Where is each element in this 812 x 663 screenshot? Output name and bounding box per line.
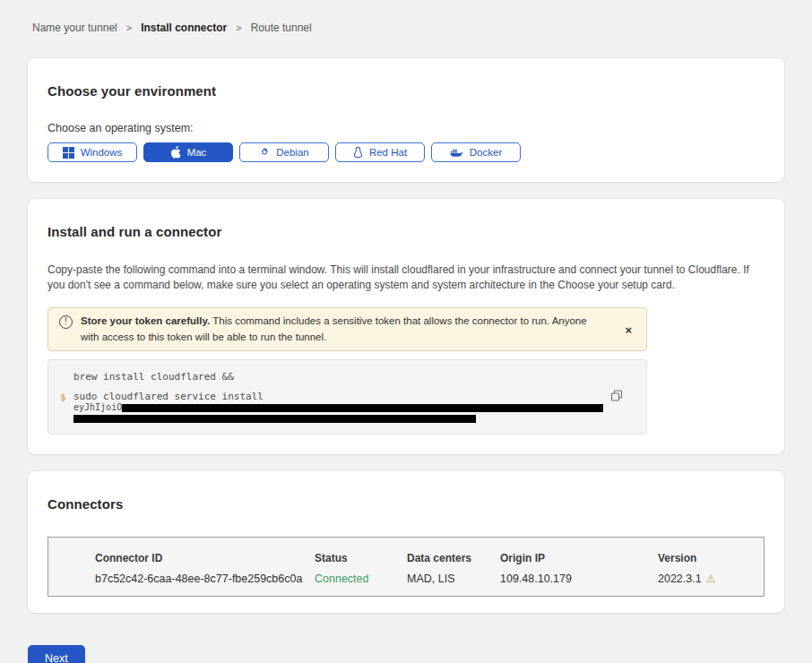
cell-version: 2022.3.1 ⚠ [658,573,764,585]
token-warning-title: Store your token carefully. [81,315,210,326]
footer: Next [28,645,784,663]
windows-logo-icon [63,147,74,159]
os-select-label: Choose an operating system: [48,122,764,134]
warning-triangle-icon: ⚠ [706,573,716,585]
os-button-label: Debian [276,147,308,158]
os-button-label: Docker [470,147,502,158]
breadcrumb-step-name-tunnel[interactable]: Name your tunnel [32,22,117,34]
breadcrumb-step-install-connector[interactable]: Install connector [141,22,227,34]
install-card-title: Install and run a connector [48,224,764,239]
chevron-separator-icon: > [236,22,241,33]
os-button-mac[interactable]: Mac [143,142,233,162]
header-status: Status [315,552,407,564]
info-circle-icon: ! [59,315,73,329]
page-container: Name your tunnel > Install connector > R… [0,0,812,663]
token-warning-banner: ! Store your token carefully. This comma… [48,307,647,352]
os-button-debian[interactable]: Debian [239,142,329,162]
status-badge: Connected [315,573,407,585]
chevron-separator-icon: > [126,22,132,33]
os-button-group: Windows Mac Debian Red Hat [48,142,764,162]
os-button-docker[interactable]: Docker [431,142,521,162]
table-header-row: Connector ID Status Data centers Origin … [95,552,764,564]
copy-icon[interactable] [609,388,625,407]
token-prefix: eyJhIjoiO [73,402,122,413]
header-data-centers: Data centers [407,552,500,564]
shell-prompt: $ [60,392,66,403]
os-button-label: Red Hat [369,147,407,158]
os-button-label: Windows [81,147,123,158]
next-button[interactable]: Next [28,645,85,663]
apple-logo-icon [170,146,181,159]
redacted-token-bar [122,404,603,412]
connectors-table: Connector ID Status Data centers Origin … [48,537,764,597]
table-row: b7c52c42-6caa-48ee-8c77-fbe259cb6c0a Con… [95,573,764,585]
install-connector-card: Install and run a connector Copy-paste t… [28,199,784,454]
version-value: 2022.3.1 [658,573,702,585]
environment-card-title: Choose your environment [48,83,764,99]
header-connector-id: Connector ID [95,552,315,564]
os-button-windows[interactable]: Windows [48,142,137,162]
breadcrumb: Name your tunnel > Install connector > R… [32,22,784,34]
cell-data-centers: MAD, LIS [407,573,500,585]
os-button-label: Mac [187,147,207,158]
debian-logo-icon [259,147,270,158]
breadcrumb-step-route-tunnel[interactable]: Route tunnel [251,22,312,34]
redhat-linux-icon [353,146,363,159]
command-line-2: sudo cloudflared service install [73,391,603,402]
command-line-1: brew install cloudflared && [73,371,603,383]
close-icon[interactable]: × [625,323,632,335]
header-origin-ip: Origin IP [500,552,658,564]
token-line: eyJhIjoiO [73,402,603,413]
environment-card: Choose your environment Choose an operat… [28,58,784,182]
redacted-token-bar [73,415,476,423]
token-warning-text: Store your token carefully. This command… [81,314,607,346]
header-version: Version [658,552,764,564]
install-instructions-text: Copy-paste the following command into a … [48,263,759,294]
docker-whale-icon [450,148,463,158]
os-button-redhat[interactable]: Red Hat [335,142,425,162]
connectors-card: Connectors Connector ID Status Data cent… [28,471,784,613]
cell-origin-ip: 109.48.10.179 [500,573,658,585]
cell-connector-id: b7c52c42-6caa-48ee-8c77-fbe259cb6c0a [95,573,315,585]
connectors-card-title: Connectors [48,496,764,512]
install-command-code-block: $ brew install cloudflared && sudo cloud… [48,359,647,435]
